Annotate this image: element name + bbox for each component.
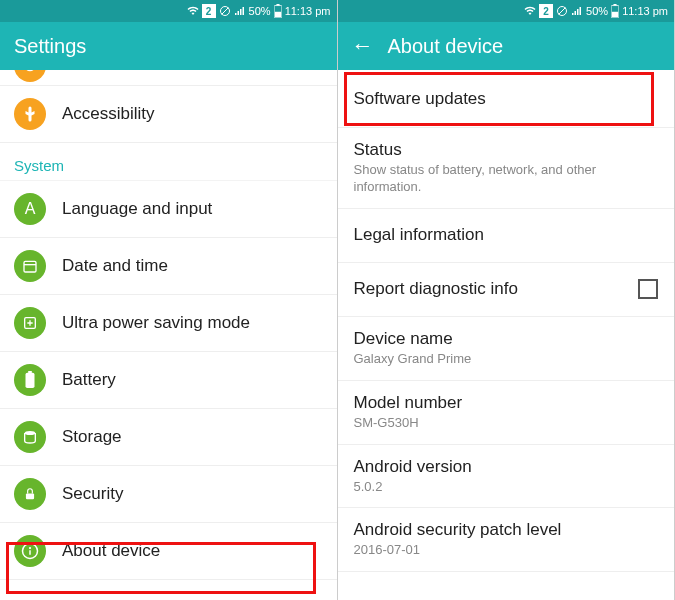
- about-item-model[interactable]: Model number SM-G530H: [338, 381, 675, 445]
- about-title: About device: [388, 35, 504, 58]
- detail-title: Android version: [354, 457, 659, 477]
- settings-item-language[interactable]: A Language and input: [0, 181, 337, 238]
- detail-title: Status: [354, 140, 659, 160]
- detail-subtitle: 2016-07-01: [354, 542, 659, 559]
- detail-title: Report diagnostic info: [354, 279, 659, 299]
- settings-label: Ultra power saving mode: [62, 313, 250, 333]
- detail-subtitle: 5.0.2: [354, 479, 659, 496]
- settings-label: Language and input: [62, 199, 212, 219]
- clock-text: 11:13 pm: [285, 5, 331, 17]
- settings-item-accessibility[interactable]: Accessibility: [0, 86, 337, 143]
- about-app-bar: ← About device: [338, 22, 675, 70]
- status-bar: 2 50% 11:13 pm: [0, 0, 337, 22]
- settings-item-backup[interactable]: Backup and reset: [0, 70, 337, 86]
- detail-title: Device name: [354, 329, 659, 349]
- sim-icon: 2: [202, 4, 216, 18]
- settings-item-security[interactable]: Security: [0, 466, 337, 523]
- settings-label: Accessibility: [62, 104, 155, 124]
- battery-icon: [611, 4, 619, 18]
- detail-subtitle: Show status of battery, network, and oth…: [354, 162, 659, 196]
- svg-rect-4: [275, 12, 281, 17]
- svg-rect-5: [24, 261, 36, 272]
- svg-rect-14: [29, 550, 31, 555]
- signal-icon: [571, 5, 583, 17]
- svg-rect-11: [26, 493, 34, 499]
- about-item-status[interactable]: Status Show status of battery, network, …: [338, 128, 675, 209]
- detail-title: Software updates: [354, 89, 659, 109]
- system-section-header: System: [0, 143, 337, 181]
- svg-rect-19: [612, 12, 618, 17]
- status-bar: 2 50% 11:13 pm: [338, 0, 675, 22]
- about-item-diagnostic[interactable]: Report diagnostic info: [338, 263, 675, 317]
- about-device-screen: 2 50% 11:13 pm ← About device Software u…: [338, 0, 676, 600]
- settings-item-datetime[interactable]: Date and time: [0, 238, 337, 295]
- settings-label: Battery: [62, 370, 116, 390]
- lock-icon: [14, 478, 46, 510]
- backup-icon: [14, 70, 46, 82]
- wifi-icon: [524, 5, 536, 17]
- svg-rect-8: [26, 373, 35, 388]
- battery-icon: [14, 364, 46, 396]
- powersaving-icon: [14, 307, 46, 339]
- svg-point-10: [25, 431, 36, 435]
- settings-app-bar: Settings: [0, 22, 337, 70]
- settings-label: Security: [62, 484, 123, 504]
- svg-rect-9: [28, 371, 32, 374]
- diagnostic-checkbox[interactable]: [638, 279, 658, 299]
- battery-icon: [274, 4, 282, 18]
- detail-title: Legal information: [354, 225, 659, 245]
- about-item-device-name[interactable]: Device name Galaxy Grand Prime: [338, 317, 675, 381]
- settings-item-battery[interactable]: Battery: [0, 352, 337, 409]
- info-icon: [14, 535, 46, 567]
- wifi-icon: [187, 5, 199, 17]
- svg-point-13: [29, 547, 31, 549]
- about-item-software-updates[interactable]: Software updates: [338, 70, 675, 128]
- settings-label: Storage: [62, 427, 122, 447]
- language-icon: A: [14, 193, 46, 225]
- battery-percent: 50%: [249, 5, 271, 17]
- settings-screen: 2 50% 11:13 pm Settings Backup and reset…: [0, 0, 338, 600]
- back-button[interactable]: ←: [352, 33, 374, 59]
- no-icon: [219, 5, 231, 17]
- detail-title: Model number: [354, 393, 659, 413]
- about-item-patch-level[interactable]: Android security patch level 2016-07-01: [338, 508, 675, 572]
- sim-icon: 2: [539, 4, 553, 18]
- about-content[interactable]: Software updates Status Show status of b…: [338, 70, 675, 600]
- settings-content[interactable]: Backup and reset Accessibility System A …: [0, 70, 337, 600]
- svg-rect-3: [276, 4, 279, 6]
- settings-title: Settings: [14, 35, 86, 58]
- about-item-legal[interactable]: Legal information: [338, 209, 675, 263]
- detail-title: Android security patch level: [354, 520, 659, 540]
- svg-line-16: [559, 8, 566, 15]
- no-icon: [556, 5, 568, 17]
- settings-item-about[interactable]: About device: [0, 523, 337, 580]
- settings-label: Backup and reset: [62, 70, 194, 72]
- settings-label: About device: [62, 541, 160, 561]
- settings-item-storage[interactable]: Storage: [0, 409, 337, 466]
- settings-item-powersaving[interactable]: Ultra power saving mode: [0, 295, 337, 352]
- detail-subtitle: SM-G530H: [354, 415, 659, 432]
- calendar-icon: [14, 250, 46, 282]
- hand-icon: [14, 98, 46, 130]
- signal-icon: [234, 5, 246, 17]
- storage-icon: [14, 421, 46, 453]
- svg-rect-18: [614, 4, 617, 6]
- svg-line-1: [221, 8, 228, 15]
- battery-percent: 50%: [586, 5, 608, 17]
- clock-text: 11:13 pm: [622, 5, 668, 17]
- about-item-android-version[interactable]: Android version 5.0.2: [338, 445, 675, 509]
- detail-subtitle: Galaxy Grand Prime: [354, 351, 659, 368]
- settings-label: Date and time: [62, 256, 168, 276]
